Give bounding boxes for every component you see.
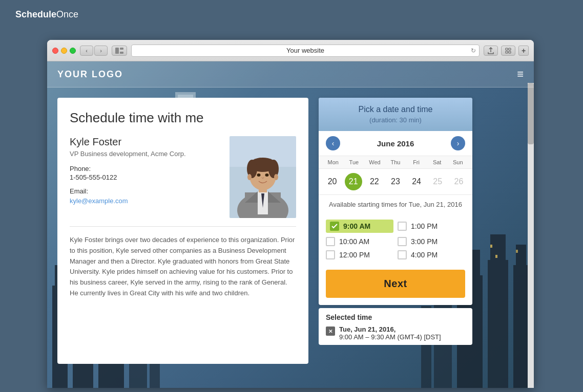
traffic-lights xyxy=(52,48,76,54)
logo-light: Once xyxy=(56,9,78,19)
calendar-header-title: Pick a date and time xyxy=(324,105,467,114)
svg-rect-6 xyxy=(509,51,511,53)
email-link[interactable]: kyle@example.com xyxy=(70,197,128,205)
svg-rect-0 xyxy=(115,48,119,54)
calendar-widget: Pick a date and time (duration: 30 min) … xyxy=(319,98,472,305)
time-checkbox-2[interactable] xyxy=(326,237,335,246)
share-button[interactable] xyxy=(484,46,498,56)
phone-value: 1-505-555-0122 xyxy=(70,173,221,181)
time-slot-9-00-AM[interactable]: 9:00 AM xyxy=(326,220,393,233)
left-panel: Schedule time with me Kyle Foster VP Bus… xyxy=(57,98,308,364)
calendar-nav: ‹ June 2016 › xyxy=(319,131,472,156)
selected-time-row: ✕ Tue, Jun 21, 2016, 9:00 AM – 9:30 AM (… xyxy=(326,325,465,341)
calendar-header: Pick a date and time (duration: 30 min) xyxy=(319,98,472,131)
selected-time-date: Tue, Jun 21, 2016, xyxy=(339,325,441,333)
calendar-day-22[interactable]: 22 xyxy=(366,173,383,190)
calendar-day-26[interactable]: 26 xyxy=(450,173,467,190)
profile-section: Kyle Foster VP Business development, Acm… xyxy=(70,136,296,218)
time-label-3: 3:00 PM xyxy=(411,237,438,246)
calendar-days-header: Mon Tue Wed Thu Fri Sat Sun xyxy=(319,156,472,169)
browser-chrome: ‹ › Your website ↻ xyxy=(47,40,534,61)
page-title: Schedule time with me xyxy=(70,110,296,126)
sidebar-toggle-button[interactable] xyxy=(112,46,127,56)
site-logo: YOUR LOGO xyxy=(57,69,123,80)
selected-time-value: Tue, Jun 21, 2016, 9:00 AM – 9:30 AM (GM… xyxy=(339,325,441,341)
selected-time-label: Selected time xyxy=(326,313,465,321)
next-button[interactable]: Next xyxy=(326,270,465,298)
profile-name: Kyle Foster xyxy=(70,136,221,148)
time-checkbox-1[interactable] xyxy=(398,222,407,231)
forward-button[interactable]: › xyxy=(94,46,108,56)
time-slot-1-00-PM[interactable]: 1:00 PM xyxy=(398,220,465,233)
time-slot-12-00-PM[interactable]: 12:00 PM xyxy=(326,250,393,259)
svg-point-50 xyxy=(247,174,252,180)
selected-time-range: 9:00 AM – 9:30 AM (GMT-4) [DST] xyxy=(339,333,441,341)
browser-window: ‹ › Your website ↻ xyxy=(47,40,534,388)
time-label-2: 10:00 AM xyxy=(339,237,369,246)
selected-time-section: Selected time ✕ Tue, Jun 21, 2016, 9:00 … xyxy=(319,308,472,345)
calendar-header-sub: (duration: 30 min) xyxy=(324,116,467,124)
svg-rect-2 xyxy=(120,52,123,54)
time-slot-3-00-PM[interactable]: 3:00 PM xyxy=(398,237,465,246)
day-header-wed: Wed xyxy=(364,159,385,165)
divider xyxy=(70,226,296,227)
site-header: YOUR LOGO ≡ xyxy=(47,61,534,88)
calendar-month-year: June 2016 xyxy=(377,139,414,148)
bio-text: Kyle Foster brings over two decades of e… xyxy=(70,235,296,299)
calendar-day-20[interactable]: 20 xyxy=(324,173,341,190)
address-text: Your website xyxy=(286,47,324,54)
app-logo: ScheduleOnce xyxy=(15,9,78,20)
day-header-tue: Tue xyxy=(344,159,365,165)
calendar-day-25[interactable]: 25 xyxy=(429,173,446,190)
svg-point-48 xyxy=(257,173,261,177)
website-content: YOUR LOGO ≡ Schedule time with me Kyle F… xyxy=(47,61,534,388)
minimize-button[interactable] xyxy=(61,48,67,54)
close-button[interactable] xyxy=(52,48,58,54)
calendar-day-21[interactable]: 21 xyxy=(345,173,362,190)
time-label-4: 12:00 PM xyxy=(339,251,370,259)
day-header-sun: Sun xyxy=(447,159,468,165)
remove-selected-time-button[interactable]: ✕ xyxy=(326,326,335,336)
time-checkbox-0[interactable] xyxy=(330,222,339,231)
next-btn-container: Next xyxy=(319,265,472,305)
new-tab-button[interactable]: + xyxy=(518,46,529,56)
available-label: Available starting times for Tue, Jun 21… xyxy=(319,194,472,214)
nav-buttons: ‹ › xyxy=(80,46,108,56)
day-header-sat: Sat xyxy=(427,159,448,165)
time-checkbox-5[interactable] xyxy=(398,250,407,259)
browser-actions: + xyxy=(484,46,529,56)
svg-rect-4 xyxy=(509,48,511,50)
calendar-next-button[interactable]: › xyxy=(451,136,465,150)
main-content: Schedule time with me Kyle Foster VP Bus… xyxy=(47,88,534,374)
windows-button[interactable] xyxy=(501,46,515,56)
logo-bold: Schedule xyxy=(15,9,56,19)
time-checkbox-4[interactable] xyxy=(326,250,335,259)
fullscreen-button[interactable] xyxy=(70,48,76,54)
calendar-day-23[interactable]: 23 xyxy=(387,173,404,190)
refresh-icon[interactable]: ↻ xyxy=(471,47,476,54)
time-label-0: 9:00 AM xyxy=(343,222,370,230)
time-checkbox-3[interactable] xyxy=(398,237,407,246)
profile-photo xyxy=(230,136,296,218)
time-label-5: 4:00 PM xyxy=(411,251,438,259)
time-label-1: 1:00 PM xyxy=(411,222,438,230)
calendar-prev-button[interactable]: ‹ xyxy=(326,136,340,150)
svg-point-49 xyxy=(265,173,269,177)
time-slot-4-00-PM[interactable]: 4:00 PM xyxy=(398,250,465,259)
calendar-day-24[interactable]: 24 xyxy=(408,173,425,190)
svg-point-51 xyxy=(274,174,278,180)
day-header-fri: Fri xyxy=(406,159,427,165)
address-bar[interactable]: Your website ↻ xyxy=(131,45,480,57)
right-panel: Pick a date and time (duration: 30 min) … xyxy=(319,98,472,364)
svg-rect-1 xyxy=(120,48,123,50)
time-slot-10-00-AM[interactable]: 10:00 AM xyxy=(326,237,393,246)
svg-rect-5 xyxy=(506,51,508,53)
email-label: Email: xyxy=(70,187,221,195)
hamburger-menu[interactable]: ≡ xyxy=(517,68,524,81)
day-header-thu: Thu xyxy=(385,159,406,165)
calendar-days: 20212223242526 xyxy=(319,169,472,194)
back-button[interactable]: ‹ xyxy=(80,46,93,56)
profile-title: VP Business development, Acme Corp. xyxy=(70,150,221,158)
profile-info: Kyle Foster VP Business development, Acm… xyxy=(70,136,221,218)
svg-rect-3 xyxy=(506,48,508,50)
